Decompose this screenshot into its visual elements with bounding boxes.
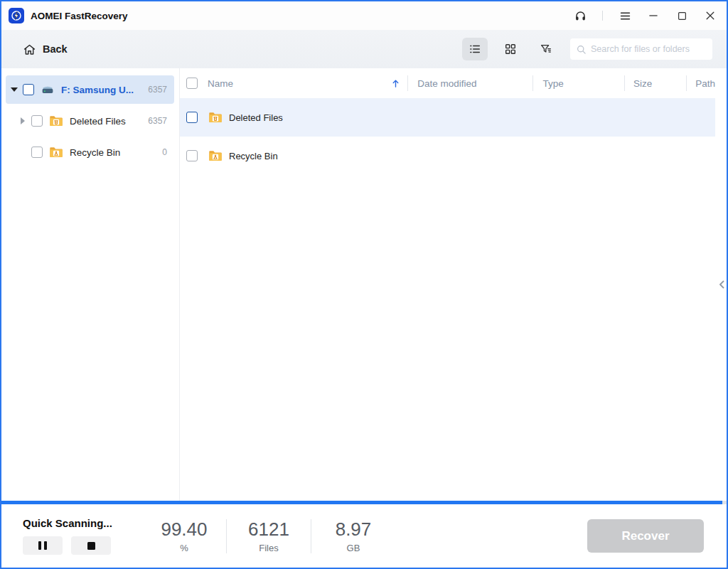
back-label: Back — [43, 43, 68, 55]
table-row-recycle-bin[interactable]: Recycle Bin — [180, 137, 715, 175]
stat-files: 6121 Files — [227, 519, 311, 553]
row-name: Deleted Files — [229, 112, 283, 123]
sidebar-item-count: 0 — [162, 147, 167, 157]
folder-recycle-icon — [48, 144, 64, 160]
recycle-bin-checkbox[interactable] — [31, 147, 43, 158]
sidebar-item-count: 6357 — [148, 116, 167, 126]
column-header-path[interactable]: Path — [686, 78, 715, 89]
folder-trash-icon — [208, 110, 223, 125]
toolbar-right — [462, 38, 712, 60]
minimize-button[interactable] — [647, 9, 660, 22]
sidebar-item-count: 6357 — [148, 85, 167, 95]
row-checkbox[interactable] — [186, 112, 198, 123]
stat-size: 8.97 GB — [311, 519, 395, 553]
pause-icon — [38, 541, 41, 550]
column-header-name[interactable]: Name — [180, 78, 407, 89]
row-checkbox[interactable] — [186, 150, 198, 161]
folder-recycle-icon — [208, 148, 223, 164]
maximize-button[interactable] — [675, 9, 688, 22]
column-header-size[interactable]: Size — [624, 78, 686, 89]
app-logo-icon — [9, 8, 24, 23]
list-view-button[interactable] — [462, 38, 488, 60]
pause-button[interactable] — [23, 536, 63, 555]
titlebar-divider — [602, 11, 603, 21]
toolbar: Back — [1, 30, 727, 68]
recover-button[interactable]: Recover — [587, 519, 704, 553]
scan-status-text: Quick Scanning... — [23, 517, 142, 529]
search-icon — [576, 44, 587, 55]
table-header: Name Date modified Type Size Path — [180, 68, 727, 98]
status-bar: Quick Scanning... 99.40 % — [1, 501, 727, 568]
content-area: F: Samsung U... 6357 Deleted Files 6357 … — [1, 68, 727, 501]
expand-arrow-icon[interactable] — [17, 117, 28, 124]
stat-percent: 99.40 % — [142, 519, 226, 553]
scan-stats: 99.40 % 6121 Files 8.97 GB — [142, 519, 395, 553]
drive-checkbox[interactable] — [23, 84, 34, 95]
column-header-type[interactable]: Type — [533, 78, 624, 89]
titlebar-controls — [574, 9, 717, 22]
stop-icon — [87, 542, 95, 550]
sidebar-item-label: F: Samsung U... — [61, 85, 134, 95]
grid-view-button[interactable] — [498, 38, 523, 60]
pause-icon — [44, 541, 47, 550]
row-name: Recycle Bin — [229, 151, 278, 161]
menu-icon[interactable] — [619, 9, 631, 22]
app-title: AOMEI FastRecovery — [31, 11, 128, 21]
sidebar-item-label: Recycle Bin — [70, 147, 120, 158]
scan-controls: Quick Scanning... — [23, 517, 142, 555]
titlebar: AOMEI FastRecovery — [1, 1, 727, 30]
app-window: AOMEI FastRecovery Back — [0, 0, 728, 569]
stop-button[interactable] — [71, 536, 111, 555]
sidebar-item-recycle-bin[interactable]: Recycle Bin 0 — [6, 138, 174, 166]
filter-button[interactable] — [533, 38, 559, 60]
file-panel: Name Date modified Type Size Path — [180, 68, 727, 501]
select-all-checkbox[interactable] — [186, 78, 198, 89]
folder-trash-icon — [48, 113, 64, 129]
headset-icon[interactable] — [574, 9, 587, 22]
column-header-date[interactable]: Date modified — [407, 78, 532, 89]
sidebar-tree: F: Samsung U... 6357 Deleted Files 6357 … — [1, 68, 180, 501]
search-box — [570, 38, 712, 60]
sidebar-item-drive-f[interactable]: F: Samsung U... 6357 — [6, 75, 174, 104]
sort-ascending-icon[interactable] — [391, 79, 400, 88]
home-icon — [23, 43, 36, 56]
drive-icon — [40, 82, 55, 97]
sidebar-item-deleted-files[interactable]: Deleted Files 6357 — [6, 107, 174, 135]
close-button[interactable] — [704, 9, 717, 22]
collapse-panel-chevron-icon[interactable] — [717, 279, 726, 290]
deleted-files-checkbox[interactable] — [31, 115, 43, 127]
table-row-deleted-files[interactable]: Deleted Files — [180, 98, 715, 137]
sidebar-item-label: Deleted Files — [70, 116, 126, 127]
expand-arrow-icon[interactable] — [9, 87, 20, 92]
status-bar-inner: Quick Scanning... 99.40 % — [1, 504, 727, 568]
search-input[interactable] — [591, 44, 707, 54]
back-button[interactable]: Back — [23, 43, 68, 56]
